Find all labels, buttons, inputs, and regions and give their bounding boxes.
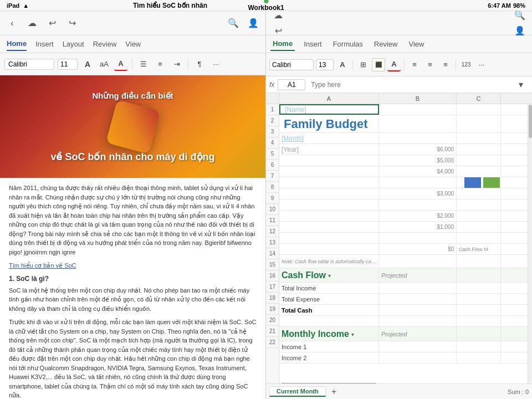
font-aa-button[interactable]: A <box>81 58 94 71</box>
formula-input[interactable] <box>309 80 510 90</box>
cell-c20[interactable] <box>457 327 501 341</box>
cell-a22[interactable]: Income 2 <box>279 352 379 363</box>
excel-align-center[interactable]: ≡ <box>423 58 437 71</box>
cell-c3[interactable] <box>457 133 501 144</box>
cell-c19[interactable] <box>457 316 501 326</box>
cell-c2[interactable] <box>457 115 501 133</box>
undo-button[interactable]: ↩ <box>44 16 60 31</box>
cell-a5[interactable] <box>279 155 379 166</box>
cell-b6[interactable]: $4,000 <box>379 166 457 177</box>
cell-b12[interactable] <box>379 233 457 243</box>
paragraph-button[interactable]: ¶ <box>193 58 206 71</box>
cell-b21[interactable] <box>379 341 457 352</box>
cell-b2[interactable] <box>379 115 457 133</box>
cell-c1[interactable] <box>457 104 501 115</box>
income-dropdown-icon[interactable]: ▾ <box>351 331 354 337</box>
cell-a2[interactable]: Family Budget <box>279 115 379 133</box>
back-button[interactable]: ‹ <box>4 16 20 31</box>
cell-a16[interactable]: Total Income <box>279 283 379 293</box>
cell-c11[interactable] <box>457 222 501 232</box>
cell-c4[interactable] <box>457 144 501 155</box>
excel-font-size[interactable] <box>316 59 334 70</box>
cell-a14[interactable]: Note: Cash flow table is automatically c… <box>279 255 379 268</box>
excel-align-left[interactable]: ≡ <box>408 58 421 71</box>
excel-fill-button[interactable]: ⬛ <box>372 58 385 71</box>
indent-button[interactable]: ⇥ <box>170 58 183 71</box>
cloud-button[interactable]: ☁ <box>24 16 40 31</box>
font-selector[interactable] <box>4 59 54 70</box>
right-cloud-button[interactable]: ☁ <box>270 11 286 23</box>
add-sheet-button[interactable]: + <box>328 386 340 398</box>
bullets-button[interactable]: ☰ <box>137 58 150 71</box>
excel-font-color-btn[interactable]: A <box>387 58 401 71</box>
right-search-button[interactable]: 🔍 <box>512 11 528 23</box>
cell-a13[interactable] <box>279 244 379 254</box>
cell-c15[interactable] <box>457 268 501 283</box>
cell-a6[interactable] <box>279 166 379 177</box>
cell-b5[interactable]: $5,000 <box>379 155 457 166</box>
cell-a3[interactable]: [Month] <box>279 133 379 144</box>
cell-b3[interactable] <box>379 133 457 144</box>
excel-font-a-button[interactable]: A <box>336 58 349 71</box>
scroll-thumb[interactable] <box>529 105 532 138</box>
cell-reference[interactable] <box>278 79 305 90</box>
cell-a20[interactable]: Monthly Income ▾ <box>279 327 379 341</box>
excel-number-format[interactable]: 123 <box>459 58 473 71</box>
cell-b13[interactable]: $0 <box>379 244 457 254</box>
cell-b9[interactable] <box>379 200 457 210</box>
cell-c21[interactable] <box>457 341 501 352</box>
cell-a21[interactable]: Income 1 <box>279 341 379 352</box>
cell-c14[interactable] <box>457 255 501 268</box>
cell-c18[interactable] <box>457 305 501 315</box>
cell-a10[interactable] <box>279 211 379 221</box>
cell-a17[interactable]: Total Expense <box>279 294 379 304</box>
cell-b22[interactable] <box>379 352 457 363</box>
cell-b8[interactable]: $3,000 <box>379 188 457 199</box>
excel-font-selector[interactable] <box>269 59 314 70</box>
cell-a4[interactable]: [Year] <box>279 144 379 155</box>
excel-tab-insert[interactable]: Insert <box>301 38 324 50</box>
cell-c12[interactable] <box>457 233 501 243</box>
cell-c16[interactable] <box>457 283 501 293</box>
excel-tab-review[interactable]: Review <box>372 38 400 50</box>
cell-c8[interactable] <box>457 188 501 199</box>
excel-tab-home[interactable]: Home <box>270 37 295 51</box>
cell-b20[interactable]: Projected <box>379 327 457 341</box>
excel-tab-view[interactable]: View <box>406 38 426 50</box>
soc-link[interactable]: Tìm hiểu cơ bản về SoC <box>9 262 76 269</box>
cell-a11[interactable] <box>279 222 379 232</box>
numbering-button[interactable]: ≡ <box>154 58 167 71</box>
cell-a19[interactable] <box>279 316 379 326</box>
cell-b19[interactable] <box>379 316 457 326</box>
tab-layout[interactable]: Layout <box>63 38 84 50</box>
tab-view[interactable]: View <box>125 38 141 50</box>
sheet-tab-current-month[interactable]: Current Month <box>269 386 326 397</box>
cell-b17[interactable] <box>379 294 457 304</box>
cell-a8[interactable] <box>279 188 379 199</box>
excel-align-right[interactable]: ≡ <box>439 58 452 71</box>
redo-button[interactable]: ↪ <box>64 16 80 31</box>
search-button[interactable]: 🔍 <box>226 16 241 31</box>
cell-a1[interactable]: [Name] <box>279 104 379 115</box>
vertical-scrollbar[interactable] <box>528 104 532 383</box>
cashflow-dropdown-icon[interactable]: ▾ <box>328 273 331 279</box>
cell-a18[interactable]: Total Cash <box>279 305 379 315</box>
cell-b16[interactable] <box>379 283 457 293</box>
formula-expand-icon[interactable]: ▾ <box>513 77 529 93</box>
cell-b11[interactable]: $1,000 <box>379 222 457 232</box>
cell-b18[interactable] <box>379 305 457 315</box>
cell-a12[interactable] <box>279 233 379 243</box>
cell-a7[interactable] <box>279 177 379 188</box>
cell-c22[interactable] <box>457 352 501 363</box>
cell-c13[interactable]: Cash Flow M <box>457 244 501 254</box>
cell-b4[interactable]: $6,000 <box>379 144 457 155</box>
cell-c10[interactable] <box>457 211 501 221</box>
cell-a9[interactable] <box>279 200 379 210</box>
excel-tab-formulas[interactable]: Formulas <box>331 38 365 50</box>
cell-b14[interactable] <box>379 255 457 268</box>
user-button[interactable]: 👤 <box>245 16 261 31</box>
link-soc[interactable]: Tìm hiểu cơ bản về SoC <box>9 261 257 270</box>
cell-c17[interactable] <box>457 294 501 304</box>
cell-b15[interactable]: Projected <box>379 268 457 283</box>
cell-c5[interactable] <box>457 155 501 166</box>
